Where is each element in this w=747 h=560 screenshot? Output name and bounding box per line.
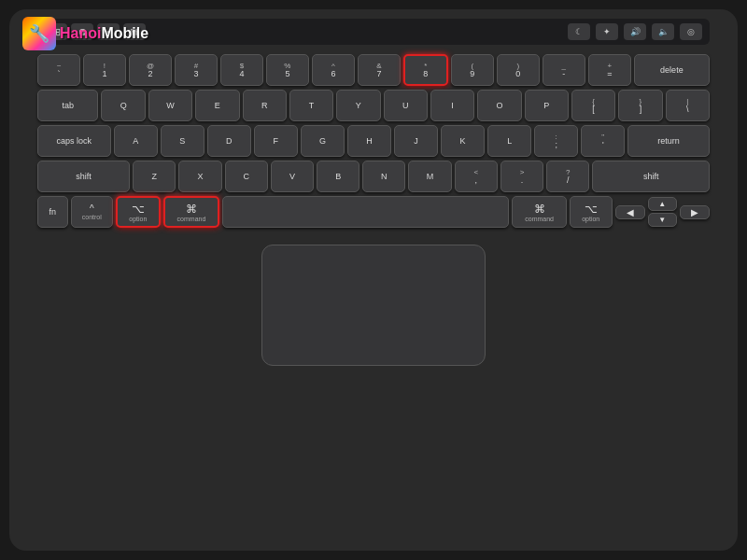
key-shift-left[interactable]: shift (37, 161, 130, 192)
key-p[interactable]: P (525, 90, 569, 121)
key-arrow-up[interactable]: ▲ (648, 197, 677, 211)
logo-hanoi: Hanoi (60, 25, 101, 41)
key-i[interactable]: I (430, 90, 474, 121)
touch-bar-right: ☾ ✦ 🔊 🔈 ◎ (568, 23, 702, 40)
key-quote[interactable]: "' (581, 125, 625, 157)
key-m[interactable]: M (408, 161, 451, 192)
key-n[interactable]: N (362, 161, 405, 192)
key-v[interactable]: V (271, 161, 314, 192)
key-rbracket[interactable]: }] (618, 90, 662, 121)
key-spacebar[interactable] (222, 196, 509, 228)
logo-text: HanoiMobile (60, 25, 148, 42)
tb-btn-brightness[interactable]: ✦ (596, 23, 618, 40)
asdf-row: caps lock A S D F G H J K L :; "' return (37, 125, 710, 157)
key-j[interactable]: J (394, 125, 438, 157)
key-option-right[interactable]: ⌥ option (570, 196, 613, 228)
trackpad[interactable] (261, 245, 486, 366)
key-a[interactable]: A (114, 125, 158, 157)
key-arrow-left[interactable]: ◀ (615, 205, 646, 219)
key-arrow-right[interactable]: ▶ (680, 205, 711, 219)
key-control[interactable]: ^ control (71, 196, 114, 228)
number-row: ~` !1 @2 #3 $4 %5 ^6 &7 (37, 54, 710, 86)
key-g[interactable]: G (301, 125, 345, 157)
key-w[interactable]: W (148, 90, 192, 121)
key-z[interactable]: Z (133, 161, 176, 192)
key-h[interactable]: H (347, 125, 391, 157)
key-9[interactable]: (9 (451, 54, 494, 86)
key-fn[interactable]: fn (37, 196, 68, 228)
zxcv-row: shift Z X C V B N M <, >. ?/ shift (37, 161, 710, 192)
tb-btn-moon[interactable]: ☾ (568, 23, 590, 40)
key-equals[interactable]: += (588, 54, 631, 86)
bottom-row: fn ^ control ⌥ option ⌘ command ⌘ comman… (37, 196, 710, 228)
key-backtick[interactable]: ~` (37, 54, 80, 86)
key-0[interactable]: )0 (497, 54, 540, 86)
logo-mobile: Mobile (101, 25, 148, 41)
key-x[interactable]: X (178, 161, 221, 192)
key-c[interactable]: C (225, 161, 268, 192)
key-command-right[interactable]: ⌘ command (512, 196, 567, 228)
key-capslock[interactable]: caps lock (37, 125, 111, 157)
key-arrow-down[interactable]: ▼ (648, 213, 677, 227)
key-l[interactable]: L (487, 125, 531, 157)
key-semicolon[interactable]: :; (534, 125, 578, 157)
key-f[interactable]: F (254, 125, 298, 157)
key-shift-right[interactable]: shift (592, 161, 710, 192)
key-k[interactable]: K (441, 125, 485, 157)
tb-btn-siri[interactable]: ◎ (680, 23, 702, 40)
key-comma[interactable]: <, (455, 161, 498, 192)
key-backslash[interactable]: |\ (666, 90, 710, 121)
key-o[interactable]: O (477, 90, 521, 121)
tb-btn-volume[interactable]: 🔊 (624, 23, 646, 40)
key-r[interactable]: R (243, 90, 287, 121)
keyboard: ~` !1 @2 #3 $4 %5 ^6 &7 (37, 50, 710, 231)
key-delete[interactable]: delete (634, 54, 710, 86)
key-6[interactable]: ^6 (312, 54, 355, 86)
key-y[interactable]: Y (336, 90, 380, 121)
trackpad-area (261, 245, 486, 366)
key-2[interactable]: @2 (129, 54, 172, 86)
key-8[interactable]: *8 (403, 54, 448, 86)
key-5[interactable]: %5 (266, 54, 309, 86)
key-1[interactable]: !1 (83, 54, 126, 86)
tb-btn-mute[interactable]: 🔈 (652, 23, 674, 40)
key-s[interactable]: S (161, 125, 204, 157)
laptop-body: 🔧 HanoiMobile ⊞ ⏺ ▪ ▣ ☾ ✦ 🔊 🔈 ◎ ~` !1 (9, 9, 738, 551)
key-q[interactable]: Q (101, 90, 145, 121)
key-period[interactable]: >. (500, 161, 543, 192)
key-3[interactable]: #3 (175, 54, 218, 86)
key-command-left[interactable]: ⌘ command (163, 196, 220, 228)
logo: 🔧 HanoiMobile (22, 17, 148, 50)
key-return[interactable]: return (627, 125, 710, 157)
key-4[interactable]: $4 (220, 54, 263, 86)
key-b[interactable]: B (317, 161, 359, 192)
key-u[interactable]: U (384, 90, 428, 121)
logo-icon: 🔧 (22, 17, 56, 50)
key-t[interactable]: T (289, 90, 333, 121)
key-d[interactable]: D (207, 125, 251, 157)
key-option-left[interactable]: ⌥ option (116, 196, 161, 228)
key-lbracket[interactable]: {[ (571, 90, 615, 121)
key-7[interactable]: &7 (358, 54, 401, 86)
key-e[interactable]: E (195, 90, 239, 121)
key-minus[interactable]: _- (543, 54, 585, 86)
qwerty-row: tab Q W E R T Y U I O P {[ }] |\ (37, 90, 710, 121)
key-tab[interactable]: tab (37, 90, 98, 121)
key-slash[interactable]: ?/ (546, 161, 589, 192)
